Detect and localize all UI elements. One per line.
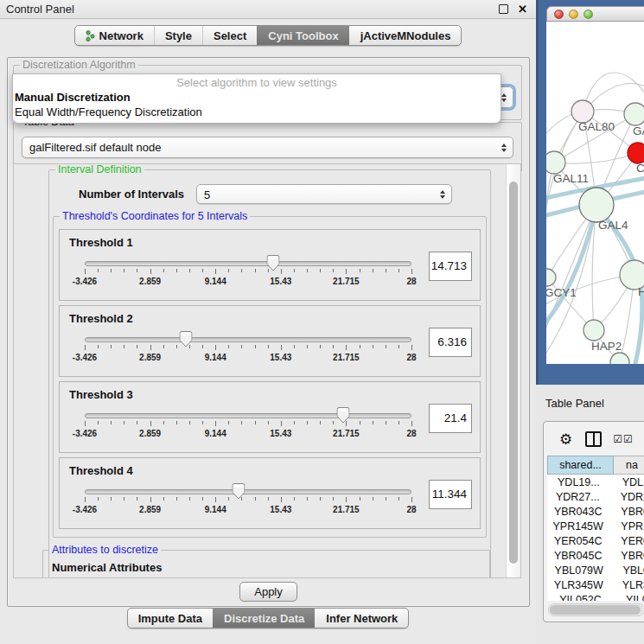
network-node-gal11[interactable]	[546, 151, 565, 174]
slider-track[interactable]	[85, 337, 411, 342]
number-of-intervals-value: 5	[197, 185, 451, 205]
table-row[interactable]: YBL079WYBL0	[547, 563, 644, 577]
table-row[interactable]: YDL19...YDL1	[547, 475, 644, 489]
tab-label: Discretize Data	[224, 612, 304, 625]
table-row[interactable]: YER054CYER0	[547, 533, 644, 548]
network-canvas[interactable]: GAL80GACGAL11GAL4GCY1HHAP2	[546, 22, 644, 364]
numerical-attributes-title: Numerical Attributes	[52, 561, 482, 574]
scale-label: 2.859	[139, 429, 161, 438]
table-row[interactable]: YIL052CYIL0	[547, 592, 644, 601]
network-node-gal4[interactable]	[579, 188, 614, 222]
threshold-value-field[interactable]: 21.4	[429, 404, 472, 433]
network-node-bottom-node[interactable]	[610, 353, 629, 364]
slider-track[interactable]	[85, 413, 411, 418]
apply-button[interactable]: Apply	[239, 582, 297, 602]
node-label: GAL80	[578, 120, 615, 133]
tab-cyni-toolbox[interactable]: Cyni Toolbox	[257, 26, 348, 45]
scale-label: -3.426	[73, 505, 97, 514]
close-icon[interactable]: ✕	[518, 3, 527, 15]
table-panel: ⚙ ☑☑ shared... na YDL19...YDL1YDR27...YD…	[543, 421, 644, 622]
table-row[interactable]: YLR345WYLR3	[547, 577, 644, 592]
cell-shared-name: YLR345W	[547, 577, 610, 592]
cell-shared-name: YER054C	[547, 533, 609, 548]
network-view-window: GAL80GACGAL11GAL4GCY1HHAP2	[536, 0, 644, 385]
cell-name: YER0	[609, 533, 644, 548]
select-columns-icon[interactable]: ☑☑	[613, 433, 634, 445]
cell-shared-name: YPR145W	[547, 519, 609, 533]
scale-label: 9.144	[205, 505, 226, 514]
cell-name: YDR2	[609, 489, 644, 504]
network-icon	[86, 30, 95, 41]
dropdown-items: Manual DiscretizationEqual Width/Frequen…	[13, 90, 501, 119]
tab-discretize-data[interactable]: Discretize Data	[213, 609, 315, 628]
table-panel-toolbar: ⚙ ☑☑	[544, 422, 644, 456]
tab-select[interactable]: Select	[202, 26, 257, 45]
table-row[interactable]: YPR145WYPR1	[547, 519, 644, 533]
tab-label: Infer Network	[326, 612, 398, 625]
threshold-value-field[interactable]: 14.713	[429, 252, 472, 281]
number-of-intervals-row: Number of Intervals 5	[79, 184, 490, 204]
panel-title: Control Panel	[6, 3, 499, 16]
combobox-arrows-icon	[501, 93, 507, 102]
table-data-combobox-value: galFiltered.sif default node	[22, 137, 513, 157]
minimize-traffic-light-icon[interactable]	[569, 10, 578, 19]
cell-name: YDL1	[610, 475, 644, 489]
table-row[interactable]: YDR27...YDR2	[547, 489, 644, 504]
close-traffic-light-icon[interactable]	[554, 10, 564, 19]
gear-icon[interactable]: ⚙	[559, 432, 572, 447]
node-label: GCY1	[546, 286, 577, 299]
dropdown-item-manual-discretization[interactable]: Manual Discretization	[13, 90, 501, 105]
cell-shared-name: YBL079W	[547, 563, 610, 577]
tab-infer-network[interactable]: Infer Network	[315, 609, 408, 628]
zoom-traffic-light-icon[interactable]	[583, 10, 593, 19]
combobox-arrows-icon	[440, 190, 445, 199]
interval-definition-group: Interval Definition Number of Intervals …	[48, 169, 491, 578]
network-node-hap2[interactable]	[583, 320, 604, 341]
threshold-slider[interactable]: -3.4262.8599.14415.4321.71528	[85, 261, 411, 297]
tab-style[interactable]: Style	[154, 26, 202, 45]
tab-impute-data[interactable]: Impute Data	[128, 609, 213, 628]
threshold-slider[interactable]: -3.4262.8599.14415.4321.71528	[85, 337, 411, 373]
combobox-arrows-icon	[501, 143, 507, 152]
tab-jactivemnodules[interactable]: jActiveMNodules	[349, 26, 462, 45]
vertical-scrollbar-thumb[interactable]	[509, 182, 518, 564]
right-panel: GAL80GACGAL11GAL4GCY1HHAP2 Table Panel ⚙…	[536, 0, 644, 644]
scale-label: -3.426	[73, 429, 97, 438]
threshold-slider[interactable]: -3.4262.8599.14415.4321.71528	[85, 413, 411, 450]
slider-ticks	[85, 421, 411, 427]
horizontal-scrollbar-thumb[interactable]	[550, 605, 641, 615]
network-window-titlebar[interactable]	[546, 6, 644, 22]
table-row[interactable]: YBR045CYBR0	[547, 548, 644, 563]
slider-track[interactable]	[85, 489, 411, 494]
column-header-shared-name[interactable]: shared...	[547, 456, 614, 475]
table-row[interactable]: YBR043CYBR0	[547, 504, 644, 519]
network-node-gcy1[interactable]	[546, 269, 556, 286]
tab-network[interactable]: Network	[75, 26, 154, 45]
cell-name: YBL0	[610, 563, 644, 577]
columns-icon[interactable]	[585, 431, 602, 447]
table-data-combobox[interactable]: galFiltered.sif default node	[22, 137, 513, 158]
bottom-tabs: Impute DataDiscretize DataInfer Network	[127, 608, 410, 628]
scale-label: -3.426	[73, 353, 97, 362]
scale-label: 9.144	[205, 277, 226, 286]
scale-label: 2.859	[139, 505, 161, 514]
threshold-value-field[interactable]: 6.316	[429, 328, 472, 357]
tab-label: Network	[99, 29, 143, 42]
network-node-ga-partial[interactable]	[624, 103, 644, 125]
slider-track[interactable]	[85, 261, 411, 266]
table-header: shared... na	[547, 456, 644, 475]
column-header-name[interactable]: na	[614, 456, 644, 475]
node-label: GAL11	[553, 172, 589, 185]
horizontal-scrollbar[interactable]	[548, 603, 644, 616]
threshold-value-field[interactable]: 11.344	[429, 480, 472, 509]
cell-name: YPR1	[609, 519, 644, 533]
float-window-icon[interactable]	[499, 4, 508, 14]
slider-scale-labels: -3.4262.8599.14415.4321.71528	[85, 353, 411, 363]
number-of-intervals-combobox[interactable]: 5	[196, 184, 452, 204]
vertical-scrollbar[interactable]	[506, 164, 520, 577]
titlebar-icons: ✕	[499, 3, 527, 15]
network-node-red-node[interactable]	[628, 143, 644, 163]
threshold-slider[interactable]: -3.4262.8599.14415.4321.71528	[85, 489, 411, 526]
interval-definition-label: Interval Definition	[55, 163, 144, 175]
dropdown-item-equal-width-frequency-discretization[interactable]: Equal Width/Frequency Discretization	[13, 105, 501, 119]
